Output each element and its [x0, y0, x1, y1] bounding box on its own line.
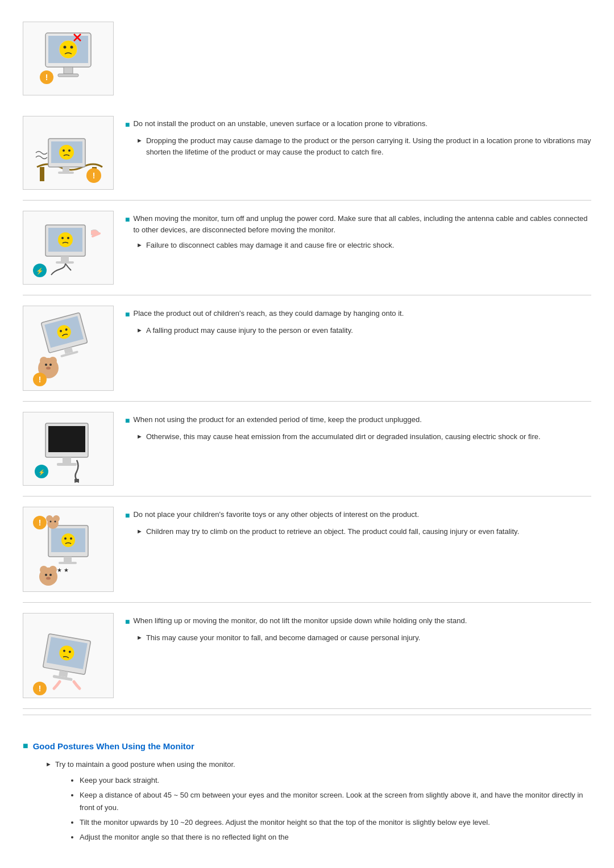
lifting-monitor-content: ■ When lifting up or moving the monitor,…	[125, 613, 591, 646]
lifting-monitor-main: ■ When lifting up or moving the monitor,…	[125, 615, 591, 628]
children-reach-sub-text: A falling product may cause injury to th…	[146, 325, 353, 336]
toys-product-text: Do not place your children's favorite to…	[133, 509, 419, 520]
svg-point-18	[63, 149, 65, 152]
good-postures-section: ■ Good Postures When Using the Monitor ►…	[23, 715, 591, 844]
svg-point-72	[40, 566, 48, 574]
unstable-surface-image: !	[23, 116, 114, 190]
svg-point-19	[68, 149, 70, 152]
svg-rect-25	[56, 261, 74, 264]
section-unplugged: ⚡ ■ When not using the product for an ex…	[23, 402, 591, 496]
svg-text:!: !	[45, 73, 48, 82]
toys-product-svg: ! ★ ★	[31, 508, 105, 591]
unstable-surface-sub: ► Dropping the product may cause damage …	[136, 135, 591, 157]
children-reach-main: ■ Place the product out of children's re…	[125, 308, 591, 320]
unstable-surface-main: ■ Do not install the product on an unsta…	[125, 118, 591, 131]
unstable-surface-sub-text: Dropping the product may cause damage to…	[146, 135, 591, 157]
unstable-surface-svg: !	[31, 119, 105, 187]
toys-product-main: ■ Do not place your children's favorite …	[125, 509, 591, 521]
svg-point-17	[59, 145, 74, 160]
toys-product-sub: ► Children may try to climb on the produ…	[136, 526, 591, 537]
arrow-icon-5: ►	[136, 527, 143, 536]
svg-rect-60	[59, 562, 77, 564]
postures-item-4: Adjust the monitor angle so that there i…	[80, 831, 591, 844]
svg-point-42	[42, 360, 55, 373]
svg-text:⚡: ⚡	[38, 469, 45, 476]
postures-item-2: Keep a distance of about 45 ~ 50 cm betw…	[80, 789, 591, 814]
svg-point-65	[46, 515, 53, 522]
unplugged-main: ■ When not using the product for an exte…	[125, 414, 591, 427]
unplugged-sub: ► Otherwise, this may cause heat emissio…	[136, 431, 591, 443]
svg-point-28	[67, 237, 69, 239]
svg-text:!: !	[39, 375, 42, 384]
postures-main-text: Try to maintain a good posture when usin…	[55, 760, 235, 769]
arrow-icon: ►	[136, 136, 143, 145]
svg-rect-3	[58, 74, 78, 77]
svg-point-73	[49, 566, 57, 574]
svg-text:⚡: ⚡	[36, 267, 44, 275]
svg-rect-51	[57, 463, 77, 466]
moving-monitor-image: ⚡	[23, 211, 114, 285]
svg-point-68	[55, 520, 56, 522]
bullet-icon-3: ■	[125, 308, 130, 320]
lifting-monitor-image: !	[23, 613, 114, 698]
unstable-surface-text: Do not install the product on an unstabl…	[133, 118, 427, 130]
svg-rect-52	[74, 479, 79, 482]
postures-item-1: Keep your back straight.	[80, 774, 591, 787]
svg-rect-16	[58, 172, 74, 174]
postures-main-item: ► Try to maintain a good posture when us…	[45, 760, 591, 769]
unstable-surface-content: ■ Do not install the product on an unsta…	[125, 116, 591, 160]
svg-point-4	[59, 40, 77, 59]
section-moving-monitor: ⚡ ■ When moving the monitor, turn off an…	[23, 201, 591, 295]
svg-text:★ ★: ★ ★	[57, 567, 69, 573]
moving-monitor-main: ■ When moving the monitor, turn off and …	[125, 213, 591, 235]
unplugged-text: When not using the product for an extend…	[133, 414, 421, 425]
svg-point-27	[61, 237, 64, 239]
svg-point-6	[70, 46, 73, 49]
postures-item-1-text: Keep your back straight.	[80, 776, 159, 784]
arrow-icon-3: ►	[136, 326, 143, 335]
bullet-icon-4: ■	[125, 415, 130, 427]
svg-rect-24	[61, 256, 69, 261]
unplugged-sub-text: Otherwise, this may cause heat emission …	[146, 431, 541, 443]
svg-point-61	[61, 533, 75, 547]
arrow-icon-2: ►	[136, 240, 143, 250]
svg-text:!: !	[39, 684, 42, 693]
top-monitor-svg: !	[34, 27, 102, 90]
svg-point-67	[50, 520, 52, 522]
lifting-monitor-sub-text: This may cause your monitor to fall, and…	[146, 632, 420, 644]
lifting-monitor-sub: ► This may cause your monitor to fall, a…	[136, 632, 591, 644]
svg-point-66	[53, 515, 60, 522]
section-lifting-monitor: ! ■ When lifting up or moving the monito…	[23, 603, 591, 709]
svg-rect-2	[64, 67, 73, 74]
svg-rect-50	[63, 457, 71, 463]
postures-header: ■ Good Postures When Using the Monitor	[23, 735, 591, 751]
section-unstable-surface: ! ■ Do not install the product on an uns…	[23, 106, 591, 201]
children-reach-image: !	[23, 306, 114, 391]
moving-monitor-content: ■ When moving the monitor, turn off and …	[125, 211, 591, 253]
toys-product-content: ■ Do not place your children's favorite …	[125, 507, 591, 540]
toys-product-image: ! ★ ★	[23, 507, 114, 592]
arrow-icon-6: ►	[136, 633, 143, 642]
arrow-icon-4: ►	[136, 432, 143, 441]
postures-item-4-text: Adjust the monitor angle so that there i…	[80, 833, 289, 841]
svg-rect-11	[40, 167, 44, 181]
postures-bullet-icon: ■	[23, 741, 28, 751]
lifting-monitor-text: When lifting up or moving the monitor, d…	[133, 615, 467, 627]
svg-point-43	[45, 364, 47, 366]
children-reach-text: Place the product out of children's reac…	[133, 308, 404, 319]
unplugged-content: ■ When not using the product for an exte…	[125, 412, 591, 445]
children-reach-content: ■ Place the product out of children's re…	[125, 306, 591, 339]
children-reach-svg: !	[31, 308, 105, 388]
section-children-reach: ! ■ Place the product out of children's …	[23, 295, 591, 402]
svg-point-44	[49, 364, 52, 366]
svg-point-76	[46, 577, 51, 579]
postures-item-3-text: Tilt the monitor upwards by 10 ~20 degre…	[80, 818, 490, 827]
svg-point-5	[64, 46, 67, 49]
svg-point-45	[46, 367, 51, 370]
svg-point-63	[70, 537, 72, 540]
svg-rect-59	[64, 557, 72, 562]
unplugged-svg: ⚡	[31, 415, 105, 483]
svg-rect-15	[63, 167, 69, 172]
postures-item-2-text: Keep a distance of about 45 ~ 50 cm betw…	[80, 791, 583, 812]
top-image-section: !	[23, 11, 591, 106]
